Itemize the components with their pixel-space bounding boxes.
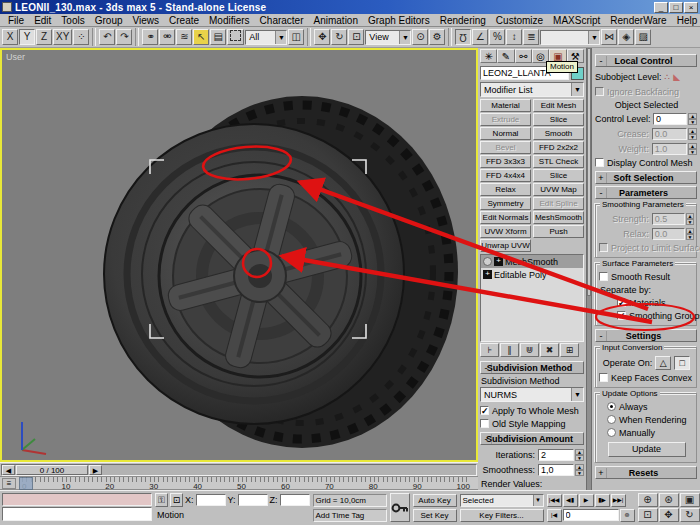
angle-snap-icon[interactable]: ∠ xyxy=(472,29,488,45)
go-to-start-icon[interactable]: |◀◀ xyxy=(547,494,562,507)
modifier-button[interactable]: Push xyxy=(533,225,584,238)
modifier-button[interactable]: Relax xyxy=(480,183,531,196)
modifier-button[interactable]: FFD 3x3x3 xyxy=(480,155,531,168)
menu-item[interactable]: Help xyxy=(672,15,700,26)
restore-button[interactable]: □ xyxy=(669,2,683,13)
macro-recorder-field[interactable] xyxy=(2,493,152,506)
time-slider-groove[interactable]: ◀ 0 / 100 ▶ xyxy=(1,464,477,476)
keep-faces-convex-checkbox[interactable] xyxy=(599,373,608,382)
track-bar[interactable]: ≡ 0102030405060708090100 xyxy=(0,476,478,490)
trackbar-mode-icon[interactable]: ≡ xyxy=(2,478,16,489)
menu-item[interactable]: Character xyxy=(255,15,309,26)
old-style-mapping-checkbox[interactable] xyxy=(480,419,489,428)
relax-spinner[interactable]: ▲▼ xyxy=(686,228,694,240)
select-and-scale-icon[interactable]: ⊡ xyxy=(348,29,364,45)
crease-spinner[interactable]: ▲▼ xyxy=(688,128,697,140)
remove-modifier-icon[interactable]: ✖ xyxy=(540,343,559,357)
modifier-button[interactable]: Extrude xyxy=(480,113,531,126)
menu-item[interactable]: Views xyxy=(128,15,165,26)
strength-spinner[interactable]: ▲▼ xyxy=(686,213,694,225)
menu-item[interactable]: Group xyxy=(90,15,128,26)
modifier-button[interactable]: Smooth xyxy=(533,127,584,140)
named-selection-dropdown[interactable]: ▼ xyxy=(540,30,600,45)
menu-item[interactable]: Rendering xyxy=(435,15,491,26)
control-level-field[interactable]: 0 xyxy=(653,113,687,125)
menu-item[interactable]: Customize xyxy=(491,15,548,26)
zoom-extents-icon[interactable]: ▣ xyxy=(680,493,700,507)
make-unique-icon[interactable]: ⋓ xyxy=(520,343,539,357)
zoom-icon[interactable]: ⊕ xyxy=(638,493,658,507)
crease-field[interactable]: 0.0 xyxy=(652,128,687,140)
expand-icon[interactable]: + xyxy=(483,270,492,279)
smoothness-spinner[interactable]: ▲▼ xyxy=(575,464,584,476)
rollout-subdivision-method[interactable]: - Subdivision Method xyxy=(480,361,584,374)
go-to-end-icon[interactable]: ▶▶| xyxy=(611,494,626,507)
apply-whole-mesh-checkbox[interactable] xyxy=(480,406,489,415)
time-configuration-icon[interactable]: ⊚ xyxy=(620,509,635,522)
select-and-move-icon[interactable]: ✥ xyxy=(314,29,330,45)
lock-selection-icon[interactable]: ⚿ xyxy=(155,493,168,507)
operate-on-polygon-icon[interactable]: △ xyxy=(655,356,671,370)
add-time-tag[interactable]: Add Time Tag xyxy=(313,509,387,522)
when-rendering-radio[interactable] xyxy=(607,415,616,424)
zoom-all-icon[interactable]: ⊛ xyxy=(659,493,679,507)
reference-coordinate-dropdown[interactable]: View ▼ xyxy=(365,30,411,45)
subobject-face-icon[interactable]: ◣ xyxy=(673,72,680,82)
selection-filter-dropdown[interactable]: All ▼ xyxy=(245,30,287,45)
select-and-manipulate-icon[interactable]: ⚙ xyxy=(429,29,445,45)
current-frame-field[interactable] xyxy=(563,509,619,521)
modifier-button[interactable]: Normal xyxy=(480,127,531,140)
menu-item[interactable]: Graph Editors xyxy=(363,15,435,26)
x-coordinate-field[interactable] xyxy=(196,494,226,506)
previous-frame-arrow[interactable]: ◀ xyxy=(2,465,15,475)
rollout-settings[interactable]: - Settings xyxy=(595,329,697,342)
z-coordinate-field[interactable] xyxy=(280,494,310,506)
modify-tab-icon[interactable]: ✎ xyxy=(497,49,514,63)
operate-on-quad-icon[interactable]: □ xyxy=(674,356,690,370)
strength-field[interactable]: 0.5 xyxy=(652,213,685,225)
rollout-resets[interactable]: + Resets xyxy=(595,466,697,479)
weight-field[interactable]: 1.0 xyxy=(652,143,687,155)
render-scene-icon[interactable]: ▨ xyxy=(635,29,651,45)
update-button[interactable]: Update xyxy=(608,442,686,457)
axis-constraint-x-button[interactable]: X xyxy=(2,29,18,45)
select-and-rotate-icon[interactable]: ↻ xyxy=(331,29,347,45)
y-coordinate-field[interactable] xyxy=(238,494,268,506)
rollout-local-control[interactable]: - Local Control xyxy=(595,54,697,67)
menu-item[interactable]: Edit xyxy=(29,15,56,26)
modifier-button[interactable]: Slice xyxy=(533,169,584,182)
viewport-user[interactable]: User xyxy=(0,48,478,462)
modifier-button[interactable]: Edit Mesh xyxy=(533,99,584,112)
project-limit-checkbox[interactable] xyxy=(599,243,608,252)
menu-item[interactable]: Modifiers xyxy=(204,15,255,26)
iterations-field[interactable]: 2 xyxy=(538,449,574,461)
hierarchy-tab-icon[interactable]: ⚯ xyxy=(515,49,532,63)
close-button[interactable]: × xyxy=(684,2,698,13)
create-key-button[interactable] xyxy=(390,493,410,522)
menu-item[interactable]: MAXScript xyxy=(548,15,605,26)
snap-cycle-icon[interactable]: ⁘ xyxy=(73,29,89,45)
configure-button-sets-icon[interactable]: ⊞ xyxy=(560,343,579,357)
weight-spinner[interactable]: ▲▼ xyxy=(688,143,697,155)
next-frame-arrow[interactable]: ▶ xyxy=(89,465,102,475)
always-radio[interactable] xyxy=(607,402,616,411)
snap-toggle-icon[interactable]: Ω xyxy=(455,29,471,45)
next-frame-icon[interactable]: ▮▶ xyxy=(595,494,610,507)
select-by-name-icon[interactable]: ▤ xyxy=(210,29,226,45)
modifier-button[interactable]: Material xyxy=(480,99,531,112)
key-mode-toggle-icon[interactable]: |◀ xyxy=(547,509,562,522)
modifier-button[interactable]: Edit Spline xyxy=(533,197,584,210)
relax-field[interactable]: 0.0 xyxy=(652,228,685,240)
modifier-button[interactable]: Edit Normals xyxy=(480,211,531,224)
create-tab-icon[interactable]: ✳ xyxy=(480,49,497,63)
modifier-button[interactable]: FFD 4x4x4 xyxy=(480,169,531,182)
window-crossing-icon[interactable]: ◫ xyxy=(288,29,304,45)
redo-icon[interactable]: ↷ xyxy=(116,29,132,45)
selection-region-icon[interactable] xyxy=(227,29,244,45)
play-animation-icon[interactable]: ▶ xyxy=(579,494,594,507)
select-and-link-icon[interactable]: ⚭ xyxy=(142,29,158,45)
modifier-stack-row[interactable]: + MeshSmooth xyxy=(481,255,583,268)
modifier-list-dropdown[interactable]: Modifier List ▼ xyxy=(480,82,584,97)
undo-icon[interactable]: ↶ xyxy=(99,29,115,45)
time-slider-handle[interactable]: 0 / 100 xyxy=(16,465,88,475)
